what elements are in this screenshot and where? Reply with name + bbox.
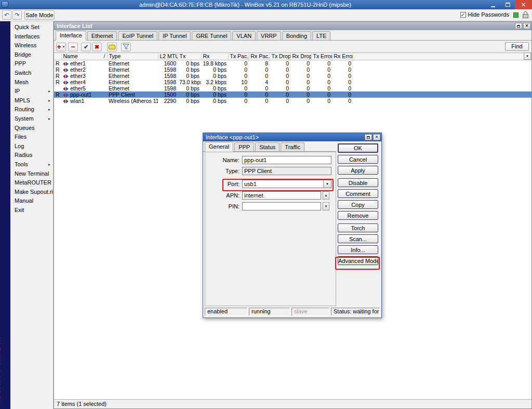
safe-mode-button[interactable]: Safe Mode	[24, 10, 55, 20]
redo-button[interactable]: ↷	[12, 10, 22, 20]
column-header-rx-pac[interactable]: Rx Pac...	[249, 53, 270, 60]
close-button[interactable]: ✕	[515, 0, 532, 9]
dialog-button-disable[interactable]: Disable	[338, 178, 378, 187]
dialog-button-remove[interactable]: Remove	[338, 211, 378, 220]
column-header-rx[interactable]: Rx	[201, 53, 228, 60]
sidebar-item-mpls[interactable]: MPLS▸	[10, 96, 53, 105]
tab-bonding[interactable]: Bonding	[282, 31, 311, 40]
enable-button[interactable]: ✔	[81, 43, 91, 51]
sidebar-item-files[interactable]: Files	[10, 133, 53, 142]
dialog-button-ok[interactable]: OK	[338, 143, 378, 153]
tab-vrrp[interactable]: VRRP	[257, 31, 281, 40]
undo-button[interactable]: ↶	[2, 10, 11, 20]
tab-vlan[interactable]: VLAN	[232, 31, 256, 40]
apn-up-arrow[interactable]: ▲	[323, 191, 329, 200]
dialog-button-advanced-mode[interactable]: Advanced Mode	[338, 256, 378, 265]
row-tx-pac: 0	[228, 98, 249, 104]
column-select-dropdown[interactable]: ▼	[524, 52, 531, 60]
tab-gre-tunnel[interactable]: GRE Tunnel	[192, 31, 231, 40]
row-l2mtu: 1500	[158, 91, 178, 98]
table-row[interactable]: Rppp-out1PPP Client15000 bps0 bps000000	[54, 91, 531, 98]
sidebar-item-mesh[interactable]: Mesh	[10, 78, 53, 87]
table-row[interactable]: Rether3Ethernet15980 bps0 bps000000	[54, 73, 531, 79]
sidebar-item-radius[interactable]: Radius	[10, 151, 53, 160]
interface-list-close-button[interactable]: ✕	[523, 23, 530, 29]
add-interface-button[interactable]: +▼	[56, 43, 66, 51]
sidebar-item-queues[interactable]: Queues	[10, 124, 53, 133]
tab-interface[interactable]: Interface	[56, 31, 86, 41]
port-combobox[interactable]: ▼	[242, 180, 331, 188]
dialog-button-comment[interactable]: Comment	[338, 189, 378, 198]
sidebar-item-log[interactable]: Log	[10, 142, 53, 151]
dialog-button-cancel[interactable]: Cancel	[338, 155, 378, 164]
dialog-button-copy[interactable]: Copy	[338, 200, 378, 209]
main-titlebar[interactable]: admin@D4:CA:6D:7E:F8:CB (MikroTik) - Win…	[0, 0, 532, 9]
dialog-restore-button[interactable]	[365, 134, 372, 140]
tab-ip-tunnel[interactable]: IP Tunnel	[158, 31, 191, 40]
sidebar-item-tools[interactable]: Tools▸	[10, 160, 53, 169]
sidebar-item-routing[interactable]: Routing▸	[10, 105, 53, 114]
column-header-tx[interactable]: Tx	[178, 53, 201, 60]
column-header-name[interactable]: Name/	[61, 53, 107, 60]
sidebar-item-ip[interactable]: IP▸	[10, 87, 53, 96]
pin-input[interactable]	[242, 202, 321, 210]
column-header-rx-drops[interactable]: Rx Drops	[290, 53, 311, 60]
tab-ethernet[interactable]: Ethernet	[87, 31, 117, 40]
column-header-tx-errors[interactable]: Tx Errors	[311, 53, 332, 60]
sidebar-item-metarouter[interactable]: MetaROUTER	[10, 178, 53, 188]
hide-passwords-checkbox[interactable]: ✓	[460, 12, 466, 18]
dialog-button-torch[interactable]: Torch	[338, 223, 378, 232]
column-header-tx-pac[interactable]: Tx Pac...	[228, 53, 249, 60]
apn-input[interactable]	[242, 191, 321, 200]
dialog-tab-ppp[interactable]: PPP	[234, 142, 254, 151]
dialog-titlebar[interactable]: Interface <ppp-out1> ✕	[203, 133, 381, 141]
table-row[interactable]: ether5Ethernet15980 bps0 bps000000	[54, 85, 531, 91]
sidebar-item-bridge[interactable]: Bridge	[10, 50, 53, 60]
sidebar-item-wireless[interactable]: Wireless	[10, 41, 53, 50]
dialog-tab-status[interactable]: Status	[255, 142, 280, 151]
column-header-flag[interactable]	[54, 53, 61, 60]
column-header-l2-mtu[interactable]: L2 MTU	[158, 53, 178, 60]
interface-list-restore-button[interactable]	[515, 23, 522, 29]
minimize-button[interactable]	[486, 0, 500, 9]
interface-dialog: Interface <ppp-out1> ✕ GeneralPPPStatusT…	[203, 133, 382, 318]
sidebar-item-manual[interactable]: Manual	[10, 196, 53, 206]
tab-lte[interactable]: LTE	[312, 31, 330, 40]
column-header-rx-errors[interactable]: Rx Errors	[332, 53, 353, 60]
find-button[interactable]: Find	[505, 42, 529, 51]
interface-list-titlebar[interactable]: Interface List ✕	[54, 22, 531, 30]
name-input[interactable]	[242, 156, 331, 164]
table-row[interactable]: wlan1Wireless (Atheros 11N)22900 bps0 bp…	[54, 98, 531, 104]
interface-icon	[63, 68, 69, 72]
sidebar-item-exit[interactable]: Exit	[10, 206, 53, 215]
column-header-tx-drops[interactable]: Tx Drops	[270, 53, 290, 60]
sidebar-item-quick-set[interactable]: Quick Set	[10, 23, 53, 32]
sidebar-item-switch[interactable]: Switch	[10, 69, 53, 78]
dialog-button-apply[interactable]: Apply	[338, 166, 378, 175]
dialog-tab-general[interactable]: General	[205, 142, 233, 152]
port-input[interactable]	[243, 180, 323, 188]
column-header-type[interactable]: Type	[107, 53, 158, 60]
disable-button[interactable]: ✖	[92, 43, 102, 51]
maximize-button[interactable]	[500, 0, 515, 9]
tab-eoip-tunnel[interactable]: EoIP Tunnel	[118, 31, 157, 40]
table-row[interactable]: Rether4Ethernet159873.0 kbps3.2 kbps1040…	[54, 79, 531, 85]
table-row[interactable]: Rether1Ethernet16000 bps19.8 kbps080000	[54, 60, 531, 67]
sidebar-item-make-supout-rif[interactable]: Make Supout.rif	[10, 188, 53, 197]
dialog-button-scan[interactable]: Scan...	[338, 234, 378, 243]
remove-interface-button[interactable]: −	[68, 43, 78, 51]
port-dropdown-arrow[interactable]: ▼	[323, 180, 331, 188]
dialog-tab-traffic[interactable]: Traffic	[281, 142, 304, 151]
filter-button[interactable]	[121, 43, 131, 51]
sidebar-item-interfaces[interactable]: Interfaces	[10, 32, 53, 42]
table-row[interactable]: Rether2Ethernet15980 bps0 bps000000	[54, 67, 531, 73]
window-title: admin@D4:CA:6D:7E:F8:CB (MikroTik) - Win…	[10, 0, 480, 9]
dialog-button-info[interactable]: Info...	[338, 245, 378, 254]
dialog-close-button[interactable]: ✕	[373, 134, 380, 140]
dialog-general-panel: Name: Type: Port: ▼ APN: ▲ PIN: ▼	[205, 152, 336, 306]
sidebar-item-system[interactable]: System▸	[10, 114, 53, 124]
sidebar-item-new-terminal[interactable]: New Terminal	[10, 169, 53, 179]
pin-down-arrow[interactable]: ▼	[323, 202, 329, 210]
sidebar-item-ppp[interactable]: PPP	[10, 59, 53, 69]
comment-button[interactable]	[107, 43, 117, 51]
